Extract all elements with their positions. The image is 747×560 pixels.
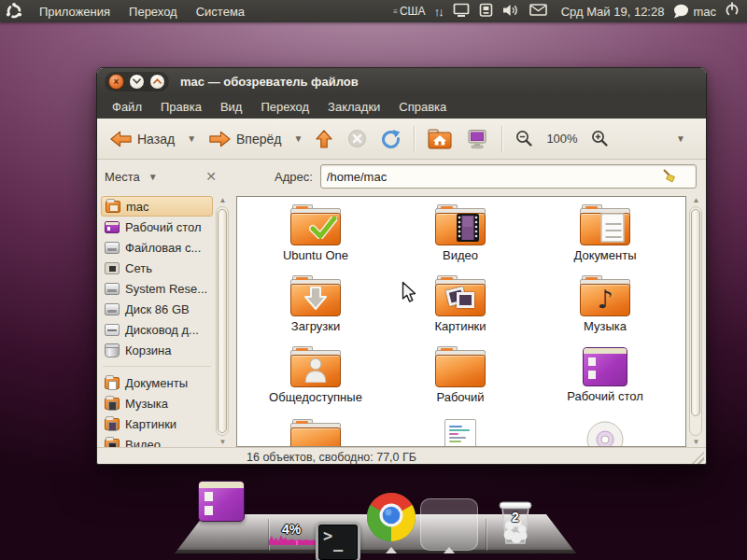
scrollbar-thumb[interactable] (218, 209, 227, 433)
main-scrollbar[interactable]: ▲ ▼ (688, 195, 704, 447)
menu-file[interactable]: Файл (105, 97, 149, 117)
close-button[interactable]: × (108, 74, 124, 90)
sidebar-item-cdrom[interactable]: Дисковод д... (101, 319, 213, 340)
device-icon[interactable] (478, 3, 494, 21)
file-item-desktop[interactable]: Рабочий стол (536, 346, 674, 403)
file-item-video[interactable]: Видео (391, 204, 529, 262)
toolbar-separator (414, 126, 415, 152)
sidebar-separator (103, 360, 211, 367)
clear-address-broom-icon[interactable] (661, 168, 676, 186)
file-item-public[interactable]: Общедоступные (247, 346, 385, 404)
places-selector[interactable]: Места ▼ (105, 170, 202, 184)
up-button[interactable] (310, 126, 338, 152)
menu-places[interactable]: Переход (120, 0, 187, 22)
clock[interactable]: Срд Май 19, 12:28 (561, 5, 665, 19)
menu-view[interactable]: Вид (213, 97, 250, 117)
zoom-in-button[interactable] (586, 127, 613, 150)
icon-view[interactable]: Ubuntu One (236, 196, 686, 447)
file-item-partial-textfile[interactable] (391, 419, 529, 447)
sidebar-item-music[interactable]: Музыка (101, 393, 213, 413)
reload-icon (381, 129, 401, 148)
terminal-launcher[interactable]: > _ (316, 522, 360, 560)
drive-icon (105, 303, 120, 315)
mail-icon[interactable] (529, 4, 547, 19)
file-item-working[interactable]: Рабочий (391, 346, 529, 404)
cpu-graph-icon (269, 528, 317, 545)
sidebar-close-button[interactable]: ✕ (202, 169, 220, 184)
stop-button[interactable] (343, 126, 372, 151)
file-item-ubuntu-one[interactable]: Ubuntu One (247, 204, 385, 262)
forward-button[interactable]: Вперёд (204, 127, 286, 151)
cd-disc-icon (585, 419, 626, 447)
menu-bookmarks[interactable]: Закладки (320, 97, 388, 117)
trash-icon (105, 344, 120, 357)
scroll-down-icon[interactable]: ▼ (215, 438, 231, 447)
sidebar-item-desktop[interactable]: Рабочий стол (101, 217, 213, 237)
window-menubar: Файл Правка Вид Переход Закладки Справка (97, 94, 706, 119)
statusbar: 16 объектов, свободно: 77,0 ГБ (97, 447, 706, 465)
scrollbar-thumb[interactable] (691, 209, 700, 416)
scroll-up-icon[interactable]: ▲ (688, 196, 704, 205)
scroll-up-icon[interactable]: ▲ (215, 196, 231, 205)
network-arrows-icon[interactable]: ↑↓ (434, 5, 444, 19)
menu-go[interactable]: Переход (253, 97, 317, 117)
window-title: mac — обозреватель файлов (180, 75, 359, 89)
file-item-music[interactable]: ♪ Музыка (536, 275, 674, 333)
chrome-launcher[interactable] (365, 491, 417, 547)
file-item-partial-cd[interactable] (536, 419, 674, 447)
scrollbar-track[interactable] (216, 206, 229, 436)
display-icon[interactable] (453, 3, 470, 21)
status-text: 16 объектов, свободно: 77,0 ГБ (247, 451, 416, 464)
keyboard-layout-indicator[interactable]: ≡ США (393, 5, 425, 18)
cpu-monitor[interactable]: 4% (269, 528, 317, 545)
ubuntu-logo-icon[interactable] (6, 3, 22, 20)
me-menu[interactable]: mac (672, 4, 716, 19)
file-item-downloads[interactable]: Загрузки (247, 275, 385, 333)
zoom-out-button[interactable] (511, 127, 538, 150)
sidebar-item-pictures[interactable]: Картинки (101, 413, 213, 434)
scroll-down-icon[interactable]: ▼ (688, 438, 704, 447)
sidebar-item-home[interactable]: mac (101, 196, 213, 217)
reload-button[interactable] (376, 126, 405, 151)
show-desktop-button[interactable] (198, 481, 245, 522)
sidebar-scrollbar[interactable]: ▲ ▼ (215, 195, 231, 447)
power-icon[interactable] (725, 2, 740, 21)
zoom-in-icon (591, 130, 609, 147)
sidebar-item-disk-86gb[interactable]: Диск 86 GB (101, 299, 213, 319)
address-input[interactable] (320, 164, 697, 189)
forward-dropdown-icon[interactable]: ▼ (290, 133, 305, 144)
volume-icon[interactable] (502, 4, 521, 20)
home-button[interactable] (423, 126, 457, 152)
menu-help[interactable]: Справка (391, 97, 454, 117)
stop-icon (347, 129, 367, 148)
trash-applet[interactable]: 2 (494, 497, 537, 546)
back-button[interactable]: Назад (105, 127, 179, 151)
trash-count-badge: 2 (512, 510, 519, 525)
places-dropdown-icon: ▼ (146, 172, 161, 182)
toolbar-separator (501, 126, 502, 152)
person-emblem-icon (303, 357, 328, 383)
menu-edit[interactable]: Правка (153, 97, 209, 117)
folder-icon (435, 204, 486, 245)
minimize-button[interactable] (129, 74, 145, 90)
resize-grip[interactable] (692, 452, 704, 464)
prompt-icon: _ (333, 533, 343, 552)
computer-button[interactable] (461, 126, 493, 152)
window-buttons: × (105, 72, 169, 91)
maximize-button[interactable] (149, 74, 165, 90)
sidebar-item-system-reserved[interactable]: System Rese... (101, 278, 213, 299)
sidebar-item-filesystem[interactable]: Файловая с... (101, 237, 213, 258)
titlebar[interactable]: × mac — обозреватель файлов (97, 68, 706, 94)
menu-system[interactable]: Система (187, 0, 254, 22)
sidebar-item-trash[interactable]: Корзина (101, 340, 213, 360)
file-item-documents[interactable]: Документы (536, 204, 674, 262)
home-folder-icon (106, 201, 120, 213)
file-item-partial-folder[interactable] (247, 419, 385, 447)
view-selector-dropdown[interactable]: ▼ (676, 133, 698, 144)
back-dropdown-icon[interactable]: ▼ (184, 133, 199, 144)
sidebar-item-network[interactable]: Сеть (101, 258, 213, 278)
sidebar-item-documents[interactable]: Документы (101, 372, 213, 393)
scrollbar-track[interactable] (689, 206, 702, 436)
network-icon (105, 262, 120, 274)
menu-applications[interactable]: Приложения (30, 0, 120, 22)
